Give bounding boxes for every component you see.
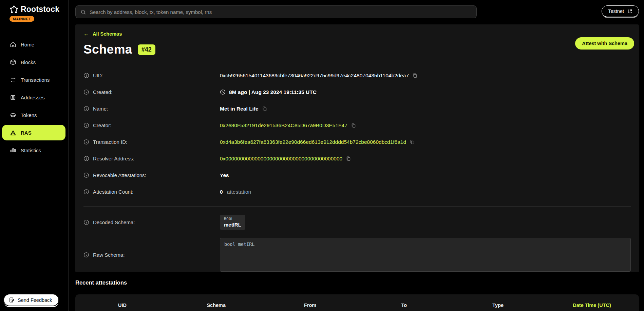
schema-field-type: BOOL (224, 217, 241, 221)
back-link-label: All Schemas (93, 31, 122, 37)
back-arrow-icon: ← (83, 31, 89, 37)
send-feedback-button[interactable]: Send Feedback (3, 294, 59, 306)
attestations-table: UID Schema From To Type Date Time (UTC) (75, 294, 639, 311)
sidebar-item-transactions[interactable]: Transactions (0, 72, 65, 88)
ras-icon (10, 129, 16, 136)
copy-icon[interactable] (412, 73, 418, 79)
sidebar-item-tokens[interactable]: Tokens (0, 107, 65, 123)
column-header-from[interactable]: From (263, 303, 357, 308)
detail-row-raw-schema: Raw Schema: bool metIRL (83, 238, 631, 272)
info-icon (83, 73, 89, 78)
sidebar-item-label: Blocks (21, 59, 36, 65)
sidebar-item-label: Transactions (21, 77, 50, 83)
clock-icon (220, 89, 226, 95)
topbar: Testnet (69, 0, 644, 24)
raw-schema-textarea[interactable]: bool metIRL (220, 238, 631, 272)
schema-id-badge: #42 (138, 44, 155, 55)
info-icon (83, 189, 89, 195)
detail-label: Decoded Schema: (93, 219, 135, 225)
attestation-count-link[interactable]: attestation (227, 189, 251, 195)
testnet-label: Testnet (608, 8, 624, 14)
sidebar-item-ras[interactable]: RAS (2, 125, 65, 140)
sidebar-item-label: Tokens (21, 112, 37, 118)
detail-label: UID: (93, 73, 103, 78)
schema-field-chip: BOOL metIRL (220, 215, 245, 230)
detail-row-creator: Creator: 0x2e80F532191de291536B24Ce5D67a… (83, 117, 631, 134)
search-box[interactable] (75, 5, 477, 18)
info-icon (83, 172, 89, 178)
sidebar-item-label: Statistics (21, 148, 41, 153)
detail-row-transaction-id: Transaction ID: 0xd4a3b6fea627fa63363fe2… (83, 134, 631, 150)
statistics-icon (10, 147, 16, 154)
detail-row-created: Created: 8M ago | Aug 23 2024 19:11:35 U… (83, 84, 631, 100)
feedback-label: Send Feedback (18, 297, 52, 303)
schema-field-name: metIRL (224, 222, 241, 228)
sidebar-nav: Home Blocks Transactions Addresses (0, 37, 68, 158)
title-row: Schema #42 (83, 41, 631, 58)
copy-icon[interactable] (262, 106, 267, 112)
sidebar-item-label: RAS (21, 130, 32, 136)
sidebar-item-statistics[interactable]: Statistics (0, 142, 65, 158)
sidebar-item-home[interactable]: Home (0, 37, 65, 52)
sidebar-item-addresses[interactable]: Addresses (0, 90, 65, 105)
detail-row-uid: UID: 0xc59265615401143689cbfe73046a922c9… (83, 67, 631, 84)
external-link-icon (627, 9, 632, 14)
attest-with-schema-button[interactable]: Attest with Schema (575, 37, 634, 50)
rootstock-logo-icon (10, 5, 18, 14)
testnet-switch-button[interactable]: Testnet (602, 5, 639, 17)
attestations-table-header: UID Schema From To Type Date Time (UTC) (75, 294, 639, 308)
sidebar-item-label: Home (21, 42, 34, 47)
detail-rows: UID: 0xc59265615401143689cbfe73046a922c9… (83, 67, 631, 272)
home-icon (10, 41, 16, 48)
info-icon (83, 139, 89, 145)
detail-label: Created: (93, 89, 113, 95)
transactions-icon (10, 76, 16, 83)
sidebar: Rootstock MAINNET Home Blocks (0, 0, 69, 311)
detail-label: Resolver Address: (93, 156, 134, 161)
recent-attestations-title: Recent attestations (75, 279, 127, 286)
column-header-to[interactable]: To (357, 303, 451, 308)
column-header-uid[interactable]: UID (75, 303, 169, 308)
column-header-schema[interactable]: Schema (169, 303, 263, 308)
info-icon (83, 106, 89, 112)
search-icon (80, 9, 86, 15)
column-header-type[interactable]: Type (451, 303, 545, 308)
detail-row-revocable: Revocable Attestations: Yes (83, 167, 631, 183)
info-icon (83, 122, 89, 128)
created-value: 8M ago | Aug 23 2024 19:11:35 UTC (229, 89, 317, 95)
detail-label: Revocable Attestations: (93, 172, 146, 178)
brand-block[interactable]: Rootstock MAINNET (0, 0, 68, 22)
detail-row-name: Name: Met in Real Life (83, 100, 631, 117)
schema-detail-panel: ← All Schemas Schema #42 Attest with Sch… (75, 24, 639, 272)
sidebar-item-label: Addresses (21, 95, 45, 100)
resolver-address-link[interactable]: 0x00000000000000000000000000000000000000… (220, 156, 342, 162)
uid-value: 0xc59265615401143689cbfe73046a922c975c99… (220, 73, 409, 79)
copy-icon[interactable] (346, 156, 351, 162)
brand-name: Rootstock (21, 5, 59, 14)
tokens-icon (10, 112, 16, 118)
sidebar-item-blocks[interactable]: Blocks (0, 54, 65, 70)
detail-label: Transaction ID: (93, 139, 127, 145)
schema-name-value: Met in Real Life (220, 106, 259, 112)
detail-label: Name: (93, 106, 108, 112)
copy-icon[interactable] (410, 139, 415, 145)
copy-icon[interactable] (351, 122, 356, 129)
search-input[interactable] (90, 9, 472, 15)
info-icon (83, 252, 89, 258)
detail-label: Raw Schema: (93, 252, 125, 258)
column-header-datetime[interactable]: Date Time (UTC) (545, 303, 639, 308)
transaction-id-link[interactable]: 0xd4a3b6fea627fa63363fe22e90d66ed613e912… (220, 139, 406, 145)
all-schemas-back-link[interactable]: ← All Schemas (83, 31, 122, 37)
feedback-icon (9, 297, 15, 303)
creator-address-link[interactable]: 0x2e80F532191de291536B24Ce5D67a9B0D3E51F… (220, 122, 347, 129)
revocable-value: Yes (220, 172, 229, 178)
blocks-icon (10, 59, 16, 65)
detail-row-decoded-schema: Decoded Schema: BOOL metIRL (83, 211, 631, 233)
page-title: Schema (83, 42, 132, 57)
app-root: Rootstock MAINNET Home Blocks (0, 0, 644, 311)
detail-label: Creator: (93, 122, 111, 128)
detail-row-resolver-address: Resolver Address: 0x00000000000000000000… (83, 150, 631, 167)
info-icon (83, 89, 89, 95)
info-icon (83, 156, 89, 161)
network-badge: MAINNET (10, 16, 34, 22)
